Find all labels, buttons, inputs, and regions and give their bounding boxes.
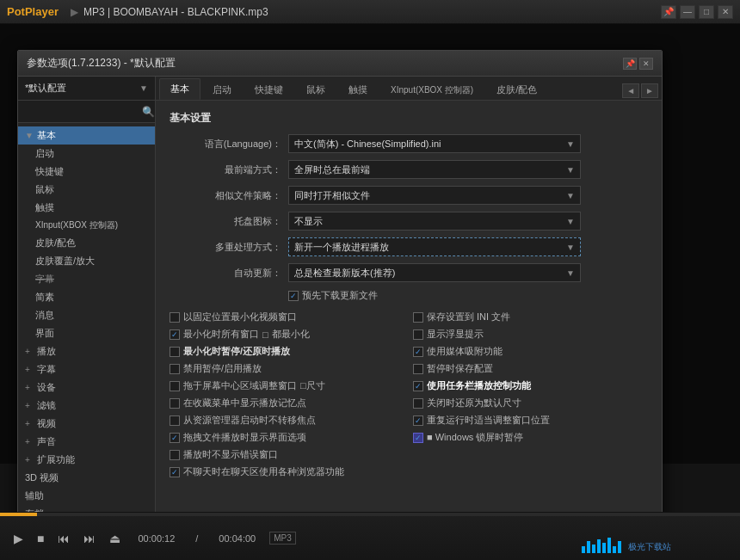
tree-item-3d[interactable]: 3D 视频 [18, 469, 155, 487]
tree-item-video[interactable]: + 视频 [18, 415, 155, 433]
tab-touch[interactable]: 触摸 [337, 79, 379, 100]
tabs-next-button[interactable]: ► [641, 83, 658, 98]
cb-pause-minimize[interactable]: 最小化时暂停/还原时播放 [170, 345, 404, 358]
tree-item-ui[interactable]: 界面 [18, 324, 155, 342]
tree-item-skin-color[interactable]: 皮肤/配色 [18, 234, 155, 252]
dialog-overlay: 参数选项(1.7.21233) - *默认配置 📌 ✕ *默认配置 ▼ [0, 24, 740, 464]
language-select[interactable]: 中文(简体) - Chinese(Simplified).ini ▼ [288, 134, 581, 153]
tree-item-basic[interactable]: ▼ 基本 [18, 126, 155, 145]
cb-save-ini[interactable]: 保存设置到 INI 文件 [413, 311, 648, 323]
eject-button[interactable]: ⏏ [106, 530, 124, 547]
tab-xinput[interactable]: XInput(XBOX 控制器) [379, 80, 484, 100]
tab-basic[interactable]: 基本 [159, 78, 200, 100]
similar-files-select[interactable]: 同时打开相似文件 ▼ [288, 186, 581, 205]
tree-item-extension[interactable]: + 扩展功能 [18, 451, 155, 469]
cb-tooltip[interactable]: 显示浮显提示 [413, 328, 648, 341]
tree-item-mouse[interactable]: 鼠标 [18, 181, 155, 199]
dialog-title-bar: 参数选项(1.7.21233) - *默认配置 📌 ✕ [18, 51, 662, 77]
stop-button[interactable]: ■ [34, 530, 47, 547]
expand-icon: + [25, 347, 34, 356]
autoupdate-select[interactable]: 总是检查最新版本(推荐) ▼ [288, 263, 581, 282]
tree-item-shortcuts[interactable]: 快捷键 [18, 163, 155, 181]
autoupdate-label: 自动更新： [170, 267, 281, 280]
cb-minimize-all[interactable]: 最小化时所有窗口 □ 都最小化 [170, 328, 404, 341]
controls-row: ▶ ■ ⏮ ⏭ ⏏ 00:00:12 / 00:04:00 MP3 [0, 516, 740, 560]
right-panel: 基本 启动 快捷键 鼠标 触摸 XInput(XBOX 控制器) 皮肤/配色 ◄… [156, 77, 662, 512]
chevron-down-icon: ▼ [566, 243, 575, 252]
cb-bookmark-menu[interactable]: 在收藏菜单中显示播放记忆点 [170, 397, 404, 409]
cb-lock-screen-pause[interactable]: ■ Windows 锁屏时暂停 [413, 431, 648, 444]
eq-bar [597, 539, 601, 553]
cb-taskbar-control[interactable]: 使用任务栏播放控制功能 [413, 379, 648, 392]
predownload-cb-icon [288, 291, 299, 301]
eq-bar [602, 543, 606, 553]
config-dropdown[interactable]: *默认配置 ▼ [18, 77, 155, 101]
maximize-button[interactable]: □ [699, 5, 714, 19]
play-button[interactable]: ▶ [10, 530, 27, 547]
title-bar: PotPlayer ▶ MP3 | BOOMBAYAH - BLACKPINK.… [0, 0, 740, 24]
dialog-controls: 📌 ✕ [623, 58, 653, 70]
tree-item-filter[interactable]: + 滤镜 [18, 397, 155, 415]
cb-rerun-adjust[interactable]: 重复运行时适当调整窗口位置 [413, 414, 648, 427]
search-input[interactable] [23, 107, 142, 117]
cb-drag-show-options[interactable]: 拖拽文件播放时显示界面选项 [170, 431, 404, 444]
app-logo: PotPlayer [7, 5, 59, 18]
prev-button[interactable]: ⏮ [54, 530, 73, 547]
cb-pause-save[interactable]: 暂停时保存配置 [413, 362, 648, 375]
tree-item-playback[interactable]: + 播放 [18, 342, 155, 360]
settings-dialog: 参数选项(1.7.21233) - *默认配置 📌 ✕ *默认配置 ▼ [17, 50, 663, 512]
tree-item-message[interactable]: 消息 [18, 306, 155, 324]
tab-skin[interactable]: 皮肤/配色 [485, 79, 548, 100]
tree-item-device[interactable]: + 设备 [18, 378, 155, 397]
settings-content: 基本设置 语言(Language)： 中文(简体) - Chinese(Simp… [156, 101, 662, 512]
cb-chat-browser[interactable]: 不聊天时在聊天区使用各种浏览器功能 [170, 465, 648, 478]
tray-row: 托盘图标： 不显示 ▼ [170, 212, 648, 231]
tree-item-startup[interactable]: 启动 [18, 145, 155, 163]
tab-mouse[interactable]: 鼠标 [295, 79, 336, 100]
next-button[interactable]: ⏭ [80, 530, 99, 547]
tree-item-touch[interactable]: 触摸 [18, 199, 155, 217]
dialog-title: 参数选项(1.7.21233) - *默认配置 [27, 56, 623, 71]
tabs-prev-button[interactable]: ◄ [622, 83, 639, 98]
pin-button[interactable]: 📌 [661, 5, 676, 19]
cb-media-snap[interactable]: 使用媒体吸附功能 [413, 345, 648, 358]
close-button[interactable]: ✕ [718, 5, 733, 19]
dialog-close-button[interactable]: ✕ [639, 58, 653, 70]
cb-center-resize[interactable]: 拖于屏幕中心区域调整窗口 □尺寸 [170, 379, 404, 392]
tree-item-assist[interactable]: 辅助 [18, 487, 155, 505]
cb-no-focus-transfer[interactable]: 从资源管理器启动时不转移焦点 [170, 414, 404, 427]
current-time: 00:00:12 [138, 533, 175, 544]
tabs-bar: 基本 启动 快捷键 鼠标 触摸 XInput(XBOX 控制器) 皮肤/配色 ◄… [156, 77, 662, 101]
tree-item-archive[interactable]: 存档 [18, 505, 155, 512]
window-controls: 📌 — □ ✕ [661, 5, 733, 19]
progress-bar[interactable] [0, 513, 740, 516]
cb-no-error-window[interactable]: 播放时不显示错误窗口 [170, 448, 404, 461]
predownload-row: 预先下载更新文件 [288, 289, 648, 302]
title-separator: ▶ [71, 6, 78, 18]
player-controls: ▶ ■ ⏮ ⏭ ⏏ 00:00:12 / 00:04:00 MP3 [0, 512, 740, 560]
multiprocess-select[interactable]: 新开一个播放进程播放 ▼ [288, 237, 581, 256]
minimize-button[interactable]: — [680, 5, 695, 19]
chevron-down-icon: ▼ [566, 217, 575, 226]
similar-files-row: 相似文件策略： 同时打开相似文件 ▼ [170, 186, 648, 205]
foreground-select[interactable]: 全屏时总在最前端 ▼ [288, 160, 581, 179]
predownload-checkbox[interactable]: 预先下载更新文件 [288, 289, 378, 302]
cb-fix-minimize[interactable]: 以固定位置最小化视频窗口 [170, 311, 404, 323]
cb-close-restore-size[interactable]: 关闭时还原为默认尺寸 [413, 397, 648, 409]
tray-select[interactable]: 不显示 ▼ [288, 212, 581, 231]
dialog-pin-button[interactable]: 📌 [623, 58, 637, 70]
tab-startup[interactable]: 启动 [201, 79, 243, 100]
cb-icon [413, 364, 423, 374]
tree-item-xinput[interactable]: XInput(XBOX 控制器) [18, 217, 155, 234]
multiprocess-row: 多重处理方式： 新开一个播放进程播放 ▼ [170, 237, 648, 256]
cb-icon [170, 450, 180, 460]
tree-item-subtitle[interactable]: + 字幕 [18, 360, 155, 378]
tree-item-skin-overlay[interactable]: 皮肤覆盖/放大 [18, 252, 155, 270]
cb-icon [170, 433, 180, 443]
tree-item-simple[interactable]: 简素 [18, 288, 155, 306]
cb-disable-pause[interactable]: 禁用暂停/启用播放 [170, 362, 404, 375]
tree-item-subtitle-basic[interactable]: 字幕 [18, 270, 155, 288]
tab-shortcuts[interactable]: 快捷键 [244, 79, 294, 100]
eq-bar [592, 545, 595, 553]
tree-item-audio[interactable]: + 声音 [18, 433, 155, 451]
